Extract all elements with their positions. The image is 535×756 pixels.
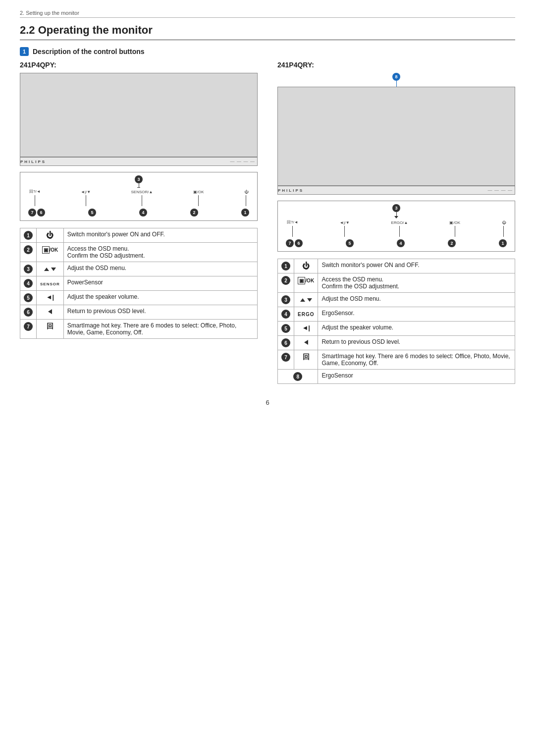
triangle-up-icon-right	[300, 298, 305, 302]
btn5-badge-right: 5	[346, 239, 354, 247]
btn3-badge-right: 3	[392, 204, 400, 212]
model-left-label: 241P4QPY:	[20, 61, 258, 69]
btn1-badge-right: 1	[499, 239, 507, 247]
subsection-badge: 1	[20, 47, 29, 56]
btn2-badge-right: 2	[448, 239, 456, 247]
left-column: 241P4QPY: PHILIPS — — — — 3 回?/◄	[20, 61, 258, 384]
monitor-dots-left: — — — —	[230, 159, 255, 164]
btn-col-2-right: ▣/OK	[449, 220, 460, 238]
btn-col-4-right: ERGO/▲	[391, 220, 408, 238]
btn-col-1-right: ⏻	[502, 220, 506, 238]
table-row: 6 Return to previous OSD level.	[278, 336, 515, 350]
section-title: 2.2 Operating the monitor	[20, 24, 515, 40]
monitor-base-left: PHILIPS — — — —	[20, 157, 258, 166]
model-right-label: 241P4QRY:	[277, 61, 515, 69]
triangle-left-icon-right	[304, 340, 308, 345]
btn-col-2: ▣/OK	[193, 190, 204, 207]
table-row: 2 ▣/OK Access the OSD menu.Confirm the O…	[20, 243, 258, 262]
monitor-diagram-right: 8 PHILIPS — — — —	[277, 73, 515, 195]
btn-col-5: ◄|/▼	[81, 190, 91, 207]
table-row: 7 回 SmartImage hot key. There are 6 mode…	[20, 320, 258, 339]
button-strip-right: 3 回?/◄ ◄|/▼ ERGO/▲	[277, 201, 515, 252]
triangle-down-icon	[51, 268, 56, 271]
table-row: 4 SENSOR PowerSensor	[20, 276, 258, 291]
subsection-label: Description of the control buttons	[33, 48, 145, 55]
breadcrumb: 2. Setting up the monitor	[20, 10, 515, 18]
button-strip-left: 3 回?/◄ ◄|/▼ SENSOR/▲	[20, 172, 258, 221]
btn5-badge-left: 5	[88, 209, 96, 216]
triangle-up-icon	[44, 268, 49, 271]
triangle-down-icon-right	[307, 298, 312, 302]
table-row: 3 Adjust the OSD menu.	[20, 262, 258, 276]
philips-logo-left: PHILIPS	[20, 160, 46, 164]
btn4-badge-right: 4	[397, 239, 405, 247]
btn-col-76-right: 回?/◄	[287, 219, 298, 238]
btn6-badge-right: 6	[295, 239, 303, 247]
desc-table-left: 1 ⏻ Switch monitor's power ON and OFF. 2…	[20, 228, 258, 339]
table-row: 5 ◄| Adjust the speaker volume.	[278, 322, 515, 336]
table-row: 2 ▣/OK Access the OSD menu.Confirm the O…	[278, 273, 515, 293]
btn6-badge-left: 6	[37, 209, 45, 216]
table-row: 7 回 SmartImage hot key. There are 6 mode…	[278, 350, 515, 370]
btn-col-76: 回?/◄	[29, 189, 41, 207]
btn8-badge-right: 8	[392, 73, 400, 81]
table-row: 5 ◄| Adjust the speaker volume.	[20, 291, 258, 305]
triangle-left-icon	[48, 309, 52, 314]
monitor-diagram-left: PHILIPS — — — —	[20, 73, 258, 166]
btn1-badge-left: 1	[241, 209, 249, 216]
table-row: 3 Adjust the OSD menu.	[278, 293, 515, 307]
main-content: 241P4QPY: PHILIPS — — — — 3 回?/◄	[20, 61, 515, 384]
monitor-base-right: PHILIPS — — — —	[277, 186, 515, 195]
monitor-screen-left	[20, 73, 258, 157]
btn7-badge-left: 7	[28, 209, 36, 216]
desc-table-right: 1 ⏻ Switch monitor's power ON and OFF. 2…	[277, 259, 515, 384]
btn7-badge-right: 7	[286, 239, 294, 247]
right-column: 241P4QRY: 8 PHILIPS — — — — 3	[277, 61, 515, 384]
table-row: 8 ErgoSensor	[278, 370, 515, 384]
subsection-header: 1 Description of the control buttons	[20, 47, 515, 56]
btn3-badge-left: 3	[135, 175, 143, 183]
table-row: 1 ⏻ Switch monitor's power ON and OFF.	[20, 228, 258, 243]
table-row: 1 ⏻ Switch monitor's power ON and OFF.	[278, 259, 515, 273]
table-row: 6 Return to previous OSD level.	[20, 305, 258, 320]
btn-col-4: SENSOR/▲	[131, 190, 153, 207]
btn-col-1: ⏻	[244, 190, 248, 207]
btn2-badge-left: 2	[190, 209, 198, 216]
btn4-badge-left: 4	[139, 209, 147, 216]
page-number: 6	[20, 399, 515, 406]
monitor-screen-right	[277, 87, 515, 186]
table-row: 4 ERGO ErgoSensor.	[278, 307, 515, 322]
btn-col-5-right: ◄|/▼	[340, 220, 350, 238]
